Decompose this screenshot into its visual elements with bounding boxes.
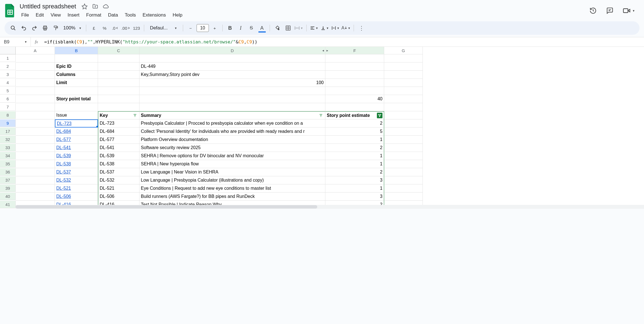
column-header-C[interactable]: C xyxy=(98,47,139,54)
cell-key[interactable]: DL-723 xyxy=(98,119,139,128)
row-header[interactable]: 41 xyxy=(0,201,16,208)
issue-link[interactable]: DL-521 xyxy=(55,184,98,193)
issue-link[interactable]: DL-532 xyxy=(55,176,98,184)
value-limit[interactable]: 100 xyxy=(139,79,325,87)
value-epic-id[interactable]: DL-449 xyxy=(139,63,325,71)
cell-key[interactable]: DL-541 xyxy=(98,144,139,152)
row-header[interactable]: 17 xyxy=(0,128,16,135)
redo-icon[interactable] xyxy=(30,23,39,33)
move-folder-icon[interactable] xyxy=(92,3,99,10)
search-menus-icon[interactable] xyxy=(8,23,18,33)
sheets-logo[interactable] xyxy=(4,3,16,18)
document-title[interactable]: Untitled spreadsheet xyxy=(18,2,77,11)
column-header-F[interactable]: F▸ xyxy=(325,47,384,54)
issue-link[interactable]: DL-537 xyxy=(55,168,98,176)
issue-link[interactable]: DL-577 xyxy=(55,136,98,144)
row-header[interactable]: 39 xyxy=(0,184,16,192)
issue-link[interactable]: DL-723 xyxy=(55,119,98,128)
hide-col-left-icon[interactable]: ◂ xyxy=(322,48,324,52)
cell-summary[interactable]: Collect 'Personal Identity' for individu… xyxy=(139,128,325,136)
cloud-status-icon[interactable] xyxy=(102,3,109,10)
cell-points[interactable]: 1 xyxy=(325,152,384,160)
cell-points[interactable]: 2 xyxy=(325,168,384,176)
row-header[interactable]: 7 xyxy=(0,103,16,111)
menu-file[interactable]: File xyxy=(18,11,32,19)
menu-insert[interactable]: Insert xyxy=(65,11,82,19)
increase-font-size-button[interactable]: + xyxy=(210,23,220,33)
issue-link[interactable]: DL-684 xyxy=(55,128,98,136)
cell-points[interactable]: 2 xyxy=(325,144,384,152)
cell-points[interactable]: 3 xyxy=(325,176,384,184)
cell-summary[interactable]: Build runners (AWS Fargate?) for BB pipe… xyxy=(139,193,325,201)
text-color-button[interactable]: A xyxy=(257,23,267,33)
issue-link[interactable]: DL-539 xyxy=(55,152,98,160)
cell-points[interactable]: 2 xyxy=(325,119,384,128)
more-toolbar-icon[interactable]: ⋮ xyxy=(357,23,366,33)
hide-col-right-icon[interactable]: ▸ xyxy=(326,48,328,52)
issue-link[interactable]: DL-538 xyxy=(55,160,98,168)
zoom-select[interactable]: 100%▼ xyxy=(62,25,83,31)
horizontal-align-button[interactable]: ▼ xyxy=(309,23,319,33)
menu-format[interactable]: Format xyxy=(83,11,104,19)
fill-color-button[interactable] xyxy=(273,23,282,33)
menu-view[interactable]: View xyxy=(48,11,64,19)
filter-active-icon[interactable] xyxy=(377,113,382,118)
cell-key[interactable]: DL-521 xyxy=(98,184,139,193)
column-header-G[interactable]: G xyxy=(384,47,423,54)
strikethrough-button[interactable]: S xyxy=(247,23,256,33)
cell-summary[interactable]: Platform Overview documentation xyxy=(139,136,325,144)
cell-points[interactable]: 3 xyxy=(325,193,384,201)
spreadsheet-grid[interactable]: ABCD◂F▸G12Epic IDDL-4493ColumnsKey,Summa… xyxy=(0,47,644,209)
history-icon[interactable] xyxy=(589,7,597,15)
cell-summary[interactable]: Eye Conditions | Request to add new eye … xyxy=(139,184,325,193)
cell-summary[interactable]: SEHRA | New hyperopia flow xyxy=(139,160,325,168)
cell-points[interactable]: 5 xyxy=(325,128,384,136)
merge-cells-button[interactable]: ▼ xyxy=(294,23,304,33)
italic-button[interactable]: I xyxy=(236,23,246,33)
cell-points[interactable]: 1 xyxy=(325,184,384,193)
row-header[interactable]: 6 xyxy=(0,95,16,103)
row-header[interactable]: 8 xyxy=(0,111,16,119)
row-header[interactable]: 34 xyxy=(0,152,16,159)
column-header-D[interactable]: D◂ xyxy=(139,47,325,54)
column-header-A[interactable]: A xyxy=(16,47,55,54)
formula-bar[interactable]: =if(isblank(C9),"",HYPERLINK("https://yo… xyxy=(42,39,644,45)
row-header[interactable]: 9 xyxy=(0,119,16,127)
row-header[interactable]: 35 xyxy=(0,160,16,168)
undo-icon[interactable] xyxy=(19,23,29,33)
row-header[interactable]: 1 xyxy=(0,54,16,62)
more-formats-button[interactable]: 123 xyxy=(132,23,141,33)
currency-button[interactable]: £ xyxy=(89,23,99,33)
menu-edit[interactable]: Edit xyxy=(33,11,46,19)
meet-caret-icon[interactable]: ▼ xyxy=(632,9,635,12)
cell-summary[interactable]: Low Language | Presbyopia Calculator (il… xyxy=(139,176,325,184)
header-key[interactable]: Key xyxy=(98,111,139,119)
horizontal-scrollbar[interactable] xyxy=(16,205,644,209)
menu-tools[interactable]: Tools xyxy=(122,11,139,19)
value-columns[interactable]: Key,Summary,Story point dev xyxy=(139,71,325,79)
paint-format-icon[interactable] xyxy=(51,23,60,33)
filter-icon[interactable] xyxy=(318,113,324,118)
row-header[interactable]: 3 xyxy=(0,71,16,78)
name-box[interactable]: B9▼ xyxy=(0,37,31,47)
cell-key[interactable]: DL-537 xyxy=(98,168,139,176)
text-wrap-button[interactable]: ▼ xyxy=(331,23,340,33)
issue-link[interactable]: DL-506 xyxy=(55,193,98,201)
cell-summary[interactable]: SEHRA | Remove options for DV binocular … xyxy=(139,152,325,160)
meet-icon[interactable] xyxy=(623,7,631,15)
row-header[interactable]: 33 xyxy=(0,144,16,151)
text-rotation-button[interactable]: A▼ xyxy=(341,23,351,33)
cell-points[interactable]: 1 xyxy=(325,160,384,168)
issue-link[interactable]: DL-541 xyxy=(55,144,98,152)
cell-summary[interactable]: Software security review 2025 xyxy=(139,144,325,152)
cell-key[interactable]: DL-684 xyxy=(98,128,139,136)
row-header[interactable]: 32 xyxy=(0,136,16,143)
column-header-B[interactable]: B xyxy=(55,47,98,54)
cell-key[interactable]: DL-538 xyxy=(98,160,139,168)
row-header[interactable]: 36 xyxy=(0,168,16,176)
menu-help[interactable]: Help xyxy=(170,11,185,19)
header-story-points[interactable]: Story point estimate xyxy=(325,111,384,119)
cell-summary[interactable]: Low Language | Near Vision in SEHRA xyxy=(139,168,325,176)
header-summary[interactable]: Summary xyxy=(139,111,325,119)
menu-data[interactable]: Data xyxy=(105,11,121,19)
